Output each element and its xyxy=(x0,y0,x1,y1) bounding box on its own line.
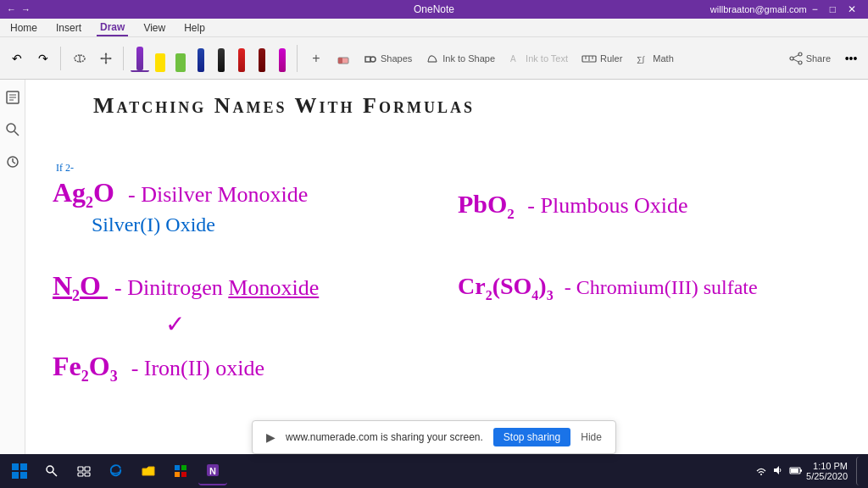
ink-to-shape-btn[interactable]: Ink to Shape xyxy=(420,48,500,69)
svg-point-9 xyxy=(370,57,376,62)
pen-dark[interactable] xyxy=(212,45,231,72)
close-btn[interactable]: ✕ xyxy=(843,3,861,15)
eraser-btn[interactable] xyxy=(331,47,355,70)
taskbar-onenote-btn active[interactable]: N xyxy=(198,457,227,485)
share-btn[interactable]: Share xyxy=(784,48,836,69)
notification-pill: ▶ www.numerade.com is sharing your scree… xyxy=(252,420,616,454)
pen-yellow[interactable] xyxy=(151,45,170,72)
screen-share-icon: ▶ xyxy=(266,430,275,444)
start-button[interactable] xyxy=(5,457,34,485)
lasso-icon xyxy=(73,52,86,65)
add-pen-btn[interactable]: + xyxy=(304,47,328,70)
taskbar-clock[interactable]: 1:10 PM 5/25/2020 xyxy=(806,461,853,481)
pen-darkblue[interactable] xyxy=(192,45,210,72)
menu-home[interactable]: Home xyxy=(7,20,41,36)
svg-rect-40 xyxy=(175,465,180,470)
pan-icon xyxy=(99,52,113,65)
ink-text-icon: A xyxy=(509,52,522,65)
wifi-icon[interactable] xyxy=(755,464,767,479)
toolbar: ↶ ↷ xyxy=(0,37,868,80)
lasso-btn[interactable] xyxy=(68,47,92,70)
taskbar-store-btn[interactable] xyxy=(166,457,195,485)
stop-sharing-button[interactable]: Stop sharing xyxy=(493,428,570,446)
svg-line-20 xyxy=(793,59,798,62)
menu-insert[interactable]: Insert xyxy=(53,20,85,36)
battery-icon[interactable] xyxy=(789,464,803,479)
notification-text: www.numerade.com is sharing your screen. xyxy=(286,431,483,443)
pen-tools-group xyxy=(131,45,298,72)
taskview-icon xyxy=(77,464,91,478)
volume-symbol xyxy=(772,464,784,476)
store-icon xyxy=(173,463,188,479)
ag2o-formula: Ag2O xyxy=(53,177,121,208)
svg-rect-39 xyxy=(85,473,90,476)
taskbar-taskvw-btn[interactable] xyxy=(70,457,98,485)
search-icon xyxy=(5,122,20,137)
svg-point-18 xyxy=(798,61,802,64)
pan-btn[interactable] xyxy=(94,47,118,70)
svg-rect-50 xyxy=(800,469,802,472)
sidebar-history-icon[interactable] xyxy=(5,154,20,173)
shapes-btn[interactable]: Shapes xyxy=(359,48,417,69)
menu-draw[interactable]: Draw xyxy=(97,19,128,36)
formula-ag2o: If 2- Ag2O - Disilver Monoxide xyxy=(53,177,308,212)
pen-red[interactable] xyxy=(232,45,251,72)
show-desktop-btn[interactable] xyxy=(856,457,863,485)
svg-rect-42 xyxy=(175,472,180,477)
menu-bar: Home Insert Draw View Help xyxy=(0,19,868,37)
explorer-icon xyxy=(141,463,156,479)
taskbar-search-btn[interactable] xyxy=(37,457,66,485)
minimize-btn[interactable]: − xyxy=(807,3,823,15)
ink-to-shape-label: Ink to Shape xyxy=(442,53,495,64)
formula-fe2o3: Fe2O3 - Iron(II) oxide xyxy=(53,351,264,385)
svg-point-34 xyxy=(47,466,53,473)
sidebar-search-icon[interactable] xyxy=(5,122,20,141)
menu-view[interactable]: View xyxy=(140,20,169,36)
svg-marker-3 xyxy=(105,62,108,64)
more-btn[interactable]: ••• xyxy=(839,47,863,70)
ink-to-text-label: Ink to Text xyxy=(526,53,568,64)
svg-marker-2 xyxy=(105,53,108,55)
shapes-icon xyxy=(364,52,377,65)
redo-btn[interactable]: ↷ xyxy=(31,47,55,70)
ink-to-text-btn[interactable]: A Ink to Text xyxy=(504,48,573,69)
svg-rect-32 xyxy=(12,472,19,479)
undo-btn[interactable]: ↶ xyxy=(5,47,29,70)
svg-text:∑∫: ∑∫ xyxy=(637,55,645,64)
taskbar-search-icon xyxy=(45,464,58,478)
ag2o-name: - Disilver Monoxide xyxy=(128,182,308,207)
fe2o3-name: - Iron(II) oxide xyxy=(131,356,264,380)
pen-green[interactable] xyxy=(171,45,190,72)
hide-button[interactable]: Hide xyxy=(581,431,602,443)
formula-n2o: N2O - Dinitrogen Monoxide xyxy=(53,270,319,305)
volume-icon[interactable] xyxy=(772,464,784,479)
math-btn[interactable]: ∑∫ Math xyxy=(631,48,678,69)
forward-btn[interactable]: → xyxy=(21,4,31,14)
canvas[interactable]: Matching Names With Formulas If 2- Ag2O … xyxy=(25,80,868,454)
shapes-label: Shapes xyxy=(381,53,412,64)
svg-rect-8 xyxy=(365,57,370,62)
svg-point-16 xyxy=(798,53,802,56)
windows-logo xyxy=(11,463,28,480)
menu-help[interactable]: Help xyxy=(181,20,209,36)
cr2so43-name: - Chromium(III) sulfate xyxy=(565,276,758,298)
back-btn[interactable]: ← xyxy=(7,4,16,14)
user-email: willbraaton@gmail.com xyxy=(710,4,807,14)
svg-line-19 xyxy=(793,55,798,58)
formula-cr2so43: Cr2(SO4)3 - Chromium(III) sulfate xyxy=(458,273,758,303)
svg-rect-30 xyxy=(12,463,19,470)
window-controls: − □ ✕ xyxy=(807,3,861,15)
taskbar-edge-btn[interactable] xyxy=(102,457,131,485)
pen-darkred[interactable] xyxy=(253,45,271,72)
svg-point-25 xyxy=(7,124,15,132)
taskbar-explorer-btn[interactable] xyxy=(134,457,163,485)
sidebar-pages-icon[interactable] xyxy=(5,90,20,108)
maximize-btn[interactable]: □ xyxy=(825,3,841,15)
svg-point-46 xyxy=(760,474,762,475)
onenote-icon: N xyxy=(205,463,220,478)
pen-purple[interactable] xyxy=(131,45,149,72)
taskbar: N 1:10 PM 5/25/2020 xyxy=(0,454,868,488)
title-bar: ← → OneNote willbraaton@gmail.com − □ ✕ xyxy=(0,0,868,19)
pen-magenta[interactable] xyxy=(273,45,292,72)
ruler-btn[interactable]: Ruler xyxy=(576,48,627,69)
